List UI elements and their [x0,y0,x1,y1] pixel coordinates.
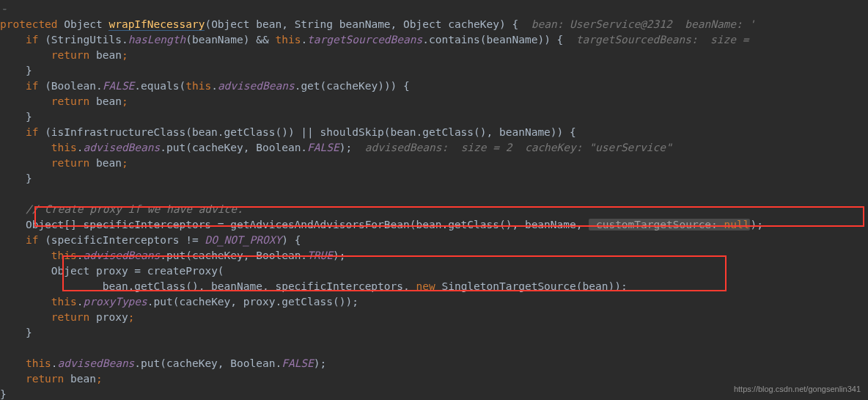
code-line[interactable] [0,342,7,354]
code-line[interactable]: this.proxyTypes.put(cacheKey, proxy.getC… [0,296,358,308]
code-line[interactable]: } [0,388,7,400]
comment: // Create proxy if we have advice. [26,203,243,215]
code-line[interactable] [0,188,7,200]
code-line[interactable]: return bean; [0,49,128,61]
keyword-protected: protected [0,18,58,30]
code-editor[interactable]: protected Object wrapIfNecessary(Object … [0,1,868,400]
code-line[interactable]: this.advisedBeans.put(cacheKey, Boolean.… [0,357,326,369]
code-line[interactable]: return proxy; [0,311,134,323]
code-line[interactable]: protected Object wrapIfNecessary(Object … [0,18,755,31]
code-line[interactable]: Object proxy = createProxy( [0,265,224,277]
code-line[interactable]: } [0,172,32,184]
code-line[interactable]: this.advisedBeans.put(cacheKey, Boolean.… [0,142,672,153]
code-line[interactable]: return bean; [0,95,128,107]
code-line[interactable]: } [0,111,32,123]
method-declaration: wrapIfNecessary [108,18,205,31]
fold-icon[interactable]: - [1,1,8,17]
code-line[interactable]: - if (StringUtils.hasLength(beanName) &&… [0,34,749,46]
code-line[interactable]: // Create proxy if we have advice. [0,203,243,215]
inline-hint: bean: UserService@2312 beanName: ' [532,18,756,30]
code-line[interactable]: } [0,65,32,76]
inline-hint: targetSourcedBeans: size = [576,34,749,46]
param-hint: customTargetSource: null [589,219,750,230]
code-line[interactable]: bean.getClass(), beanName, specificInter… [0,280,628,292]
code-line[interactable]: } [0,327,32,338]
code-line[interactable]: - if (isInfrastructureClass(bean.getClas… [0,126,576,138]
code-line[interactable]: return bean; [0,157,128,169]
code-line[interactable]: - if (Boolean.FALSE.equals(this.advisedB… [0,80,410,92]
code-line[interactable]: return bean; [0,373,103,385]
code-line[interactable]: Object[] specificInterceptors = getAdvic… [0,219,763,230]
code-line[interactable]: - if (specificInterceptors != DO_NOT_PRO… [0,234,301,246]
code-line[interactable]: this.advisedBeans.put(cacheKey, Boolean.… [0,250,345,261]
watermark: https://blog.csdn.net/gongsenlin341 [734,384,861,396]
inline-hint: advisedBeans: size = 2 cacheKey: "userSe… [365,142,672,153]
